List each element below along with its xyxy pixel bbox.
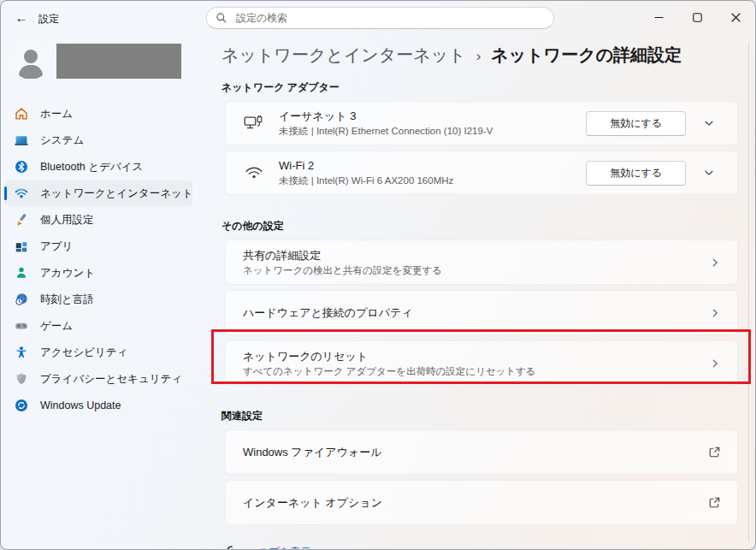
row-windows-firewall[interactable]: Windows ファイアウォール — [225, 429, 738, 475]
show-help-link[interactable]: ヘルプを表示 — [248, 545, 310, 550]
sidebar-item-label: アクセシビリティ — [40, 346, 127, 360]
page-title: ネットワークの詳細設定 — [491, 44, 682, 67]
row-subtitle: ネットワークの検出と共有の設定を変更する — [243, 264, 700, 276]
sidebar-item-label: ゲーム — [40, 319, 73, 334]
sidebar-item-accounts[interactable]: アカウント — [4, 260, 192, 286]
section-other-settings: その他の設定 — [221, 219, 738, 234]
sidebar-item-label: プライバシーとセキュリティ — [40, 372, 182, 387]
adapter-name: Wi-Fi 2 — [279, 159, 586, 173]
chevron-right-icon — [708, 306, 722, 320]
main-content: ネットワークとインターネット › ネットワークの詳細設定 ネットワーク アダプタ… — [221, 35, 738, 550]
sidebar-nav: ホーム システム Bluetooth とデバイス ネットワークとインターネット — [4, 100, 192, 419]
row-title: Windows ファイアウォール — [243, 446, 700, 459]
sidebar-item-label: 時刻と言語 — [40, 293, 94, 307]
chevron-right-icon — [708, 357, 722, 370]
personalization-icon — [15, 213, 28, 227]
external-link-icon — [708, 446, 722, 459]
footer: ? ヘルプを表示 — [225, 545, 738, 550]
sidebar-item-label: アカウント — [40, 266, 95, 281]
row-title: 共有の詳細設定 — [243, 249, 700, 263]
maximize-button[interactable] — [678, 1, 717, 33]
avatar — [12, 42, 50, 80]
minimize-icon — [654, 13, 664, 22]
chevron-down-icon — [703, 167, 715, 179]
row-title: ハードウェアと接続のプロパティ — [243, 306, 700, 320]
get-help-icon: ? — [225, 545, 239, 550]
sidebar: ホーム システム Bluetooth とデバイス ネットワークとインターネット — [1, 35, 198, 549]
window-controls — [640, 1, 755, 33]
row-hardware-connection-properties[interactable]: ハードウェアと接続のプロパティ — [225, 290, 738, 335]
search-icon — [216, 12, 227, 24]
section-network-adapters: ネットワーク アダプター — [221, 80, 738, 95]
expand-adapter-button[interactable] — [696, 160, 722, 186]
search-input[interactable] — [234, 11, 545, 25]
sidebar-item-label: 個人用設定 — [40, 213, 94, 228]
gaming-icon — [15, 319, 28, 333]
breadcrumb-parent[interactable]: ネットワークとインターネット — [221, 44, 466, 67]
settings-window: ← 設定 — [0, 0, 756, 550]
row-subtitle: すべてのネットワーク アダプターを出荷時の設定にリセットする — [243, 365, 700, 377]
system-icon — [15, 133, 28, 147]
external-link-icon — [708, 496, 722, 510]
sidebar-item-gaming[interactable]: ゲーム — [4, 313, 192, 339]
sidebar-item-label: Windows Update — [40, 399, 121, 411]
sidebar-item-label: ホーム — [40, 107, 73, 121]
row-internet-options[interactable]: インターネット オプション — [225, 480, 738, 525]
windows-update-icon — [15, 399, 28, 412]
back-button[interactable]: ← — [8, 4, 35, 30]
network-icon — [15, 186, 28, 200]
sidebar-item-accessibility[interactable]: アクセシビリティ — [4, 340, 192, 365]
time-language-icon — [15, 293, 28, 306]
close-icon — [731, 13, 741, 22]
accessibility-icon — [15, 346, 28, 359]
sidebar-item-system[interactable]: システム — [4, 127, 192, 153]
back-arrow-icon: ← — [15, 10, 28, 25]
maximize-icon — [693, 13, 702, 22]
sidebar-item-label: アプリ — [40, 240, 73, 254]
sidebar-item-bluetooth-devices[interactable]: Bluetooth とデバイス — [4, 154, 192, 180]
sidebar-item-personalization[interactable]: 個人用設定 — [4, 207, 192, 233]
row-advanced-sharing-settings[interactable]: 共有の詳細設定 ネットワークの検出と共有の設定を変更する — [225, 240, 738, 285]
section-related-settings: 関連設定 — [221, 409, 738, 423]
adapter-status: 未接続 | Intel(R) Wi-Fi 6 AX200 160MHz — [279, 174, 586, 186]
disable-adapter-button[interactable]: 無効にする — [586, 161, 686, 186]
sidebar-item-apps[interactable]: アプリ — [4, 234, 192, 259]
chevron-right-icon — [708, 256, 722, 269]
bluetooth-icon — [15, 160, 28, 174]
account-name-redacted — [56, 44, 181, 79]
adapter-name: イーサネット 3 — [279, 109, 586, 123]
expand-adapter-button[interactable] — [696, 110, 722, 136]
search-box[interactable] — [206, 7, 554, 29]
chevron-down-icon — [703, 117, 715, 129]
titlebar: ← 設定 — [1, 1, 755, 35]
sidebar-item-windows-update[interactable]: Windows Update — [4, 393, 192, 418]
sidebar-item-network-internet[interactable]: ネットワークとインターネット — [4, 180, 192, 206]
minimize-button[interactable] — [640, 1, 678, 33]
row-title: ネットワークのリセット — [243, 350, 700, 364]
scrollbar[interactable] — [748, 42, 749, 542]
wifi-icon — [243, 163, 265, 182]
row-title: インターネット オプション — [243, 496, 700, 510]
account-row[interactable] — [12, 42, 181, 80]
sidebar-item-label: ネットワークとインターネット — [40, 186, 193, 201]
adapter-card-wifi: Wi-Fi 2 未接続 | Intel(R) Wi-Fi 6 AX200 160… — [225, 151, 738, 195]
home-icon — [15, 107, 28, 121]
adapter-card-ethernet: イーサネット 3 未接続 | Intel(R) Ethernet Connect… — [225, 101, 738, 145]
close-button[interactable] — [717, 1, 755, 33]
apps-icon — [15, 240, 28, 253]
disable-adapter-button[interactable]: 無効にする — [586, 111, 686, 136]
adapter-status: 未接続 | Intel(R) Ethernet Connection (10) … — [279, 125, 586, 137]
ethernet-icon — [243, 114, 265, 133]
app-title: 設定 — [38, 12, 59, 27]
accounts-icon — [15, 266, 28, 280]
sidebar-item-privacy-security[interactable]: プライバシーとセキュリティ — [4, 366, 192, 392]
row-network-reset[interactable]: ネットワークのリセット すべてのネットワーク アダプターを出荷時の設定にリセット… — [225, 340, 738, 386]
sidebar-item-label: Bluetooth とデバイス — [40, 160, 143, 174]
sidebar-item-label: システム — [40, 133, 84, 148]
sidebar-item-home[interactable]: ホーム — [4, 101, 192, 127]
privacy-icon — [15, 372, 28, 386]
sidebar-item-time-language[interactable]: 時刻と言語 — [4, 287, 192, 312]
breadcrumb: ネットワークとインターネット › ネットワークの詳細設定 — [221, 44, 738, 67]
breadcrumb-separator-icon: › — [476, 48, 481, 65]
